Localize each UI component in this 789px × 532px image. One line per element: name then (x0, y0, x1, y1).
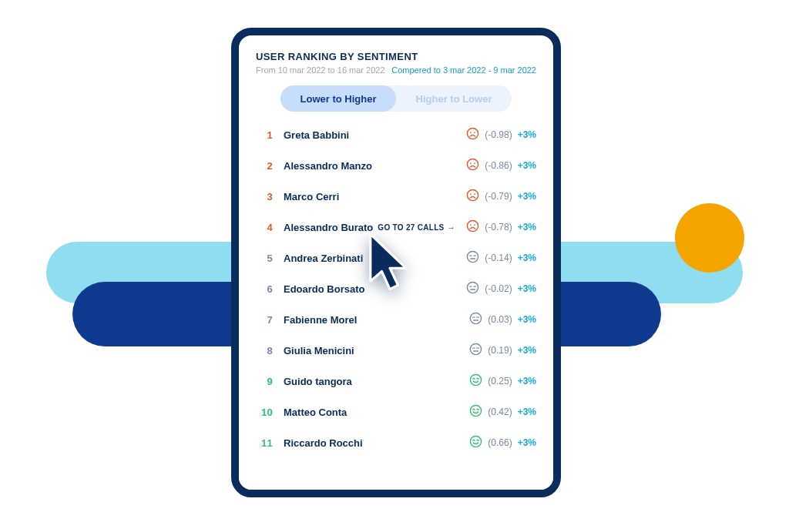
svg-point-11 (474, 224, 475, 226)
face-sad-icon (466, 219, 479, 235)
user-name: Greta Babbini (284, 129, 349, 141)
sentiment-score: (0.25) (488, 376, 512, 386)
fade-overlay (239, 459, 553, 490)
ranking-list: 1 Greta Babbini (-0.98) +3% 2 Alessandro… (256, 119, 536, 458)
user-name: Matteo Conta (284, 407, 347, 418)
ranking-row[interactable]: 8 Giulia Menicini (0.19) +3% (256, 335, 536, 366)
sentiment-delta: +3% (518, 129, 536, 140)
svg-point-5 (474, 162, 475, 164)
metrics: (-0.02) +3% (466, 281, 536, 296)
svg-point-7 (470, 193, 472, 195)
svg-point-29 (471, 405, 482, 416)
date-range: From 10 mar 2022 to 16 mar 2022 (256, 65, 385, 75)
face-sad-icon (466, 158, 479, 173)
sentiment-score: (-0.78) (485, 222, 512, 233)
metrics: (0.19) +3% (469, 343, 536, 358)
rank-number: 10 (256, 407, 273, 418)
rank-number: 4 (256, 222, 273, 233)
face-happy-icon (469, 404, 482, 420)
user-name: Fabienne Morel (284, 314, 357, 326)
sentiment-delta: +3% (518, 222, 536, 233)
sentiment-score: (-0.98) (485, 129, 512, 140)
sentiment-delta: +3% (518, 314, 536, 325)
metrics: (0.42) +3% (469, 404, 536, 420)
svg-point-24 (471, 343, 482, 354)
rank-number: 9 (256, 376, 273, 387)
rank-number: 6 (256, 283, 273, 295)
svg-point-6 (468, 189, 478, 200)
svg-point-0 (468, 128, 478, 139)
panel-meta: From 10 mar 2022 to 16 mar 2022 Compered… (256, 65, 536, 75)
svg-point-9 (468, 220, 478, 231)
sentiment-score: (-0.14) (485, 253, 512, 263)
rank-number: 2 (256, 160, 273, 172)
ranking-row[interactable]: 1 Greta Babbini (-0.98) +3% (256, 119, 536, 150)
metrics: (-0.86) +3% (466, 158, 536, 173)
sentiment-score: (0.19) (488, 345, 512, 356)
svg-point-3 (468, 159, 478, 169)
device-frame: USER RANKING BY SENTIMENT From 10 mar 20… (231, 28, 561, 497)
face-happy-icon (469, 373, 482, 389)
ranking-row[interactable]: 2 Alessandro Manzo (-0.86) +3% (256, 150, 536, 181)
sentiment-score: (0.66) (488, 437, 512, 448)
ranking-row[interactable]: 3 Marco Cerri (-0.79) +3% (256, 181, 536, 212)
sort-tabs: Lower to Higher Higher to Lower (280, 85, 512, 112)
metrics: (-0.98) +3% (466, 127, 536, 142)
metrics: (-0.78) +3% (466, 219, 536, 235)
metrics: (-0.79) +3% (466, 189, 536, 204)
arrow-right-icon: → (448, 223, 455, 232)
face-neutral-icon (466, 281, 479, 296)
svg-point-16 (468, 282, 478, 293)
ranking-row[interactable]: 6 Edoardo Borsato (-0.02) +3% (256, 273, 536, 304)
call-link-text: GO TO 27 CALLS (378, 223, 444, 232)
sentiment-delta: +3% (518, 376, 536, 386)
ranking-row[interactable]: 7 Fabienne Morel (0.03) +3% (256, 304, 536, 335)
user-name: Alessandro Burato (284, 222, 373, 233)
rank-number: 3 (256, 191, 273, 202)
sentiment-delta: +3% (518, 437, 536, 448)
face-sad-icon (466, 127, 479, 142)
user-name: Guido tangora (284, 376, 352, 387)
ranking-row[interactable]: 4 Alessandro Burato GO TO 27 CALLS → (-0… (256, 212, 536, 243)
ranking-row[interactable]: 10 Matteo Conta (0.42) +3% (256, 396, 536, 427)
ranking-row[interactable]: 11 Riccardo Rocchi (0.66) +3% (256, 427, 536, 458)
sentiment-score: (-0.86) (485, 160, 512, 171)
sentiment-delta: +3% (518, 283, 536, 294)
svg-point-20 (471, 313, 482, 323)
face-happy-icon (469, 435, 482, 450)
go-to-calls-link[interactable]: GO TO 27 CALLS → (378, 223, 455, 232)
sentiment-delta: +3% (518, 191, 536, 202)
comparison-range: Compered to 3 mar 2022 - 9 mar 2022 (391, 65, 536, 75)
ranking-row[interactable]: 5 Andrea Zerbinati (-0.14) +3% (256, 243, 536, 273)
face-neutral-icon (469, 343, 482, 358)
face-sad-icon (466, 189, 479, 204)
svg-point-30 (471, 436, 482, 447)
user-name: Riccardo Rocchi (284, 437, 363, 449)
panel-content: USER RANKING BY SENTIMENT From 10 mar 20… (239, 35, 553, 458)
svg-point-4 (470, 162, 472, 164)
user-name: Marco Cerri (284, 191, 339, 202)
face-neutral-icon (466, 250, 479, 266)
panel-title: USER RANKING BY SENTIMENT (256, 51, 536, 62)
user-name: Andrea Zerbinati (284, 253, 363, 264)
sentiment-delta: +3% (518, 253, 536, 263)
rank-number: 11 (256, 437, 273, 449)
user-name: Alessandro Manzo (284, 160, 372, 172)
rank-number: 5 (256, 253, 273, 264)
tab-lower-to-higher[interactable]: Lower to Higher (280, 85, 396, 112)
stage: USER RANKING BY SENTIMENT From 10 mar 20… (0, 0, 789, 532)
sentiment-score: (0.03) (488, 314, 512, 325)
metrics: (-0.14) +3% (466, 250, 536, 266)
rank-number: 1 (256, 129, 273, 141)
metrics: (0.66) +3% (469, 435, 536, 450)
svg-point-10 (470, 224, 472, 226)
svg-point-1 (470, 132, 472, 133)
decor-circle-orange (675, 203, 744, 273)
ranking-row[interactable]: 9 Guido tangora (0.25) +3% (256, 366, 536, 396)
tab-higher-to-lower[interactable]: Higher to Lower (396, 85, 512, 112)
rank-number: 8 (256, 345, 273, 356)
svg-point-28 (471, 374, 482, 385)
user-name: Edoardo Borsato (284, 283, 364, 295)
metrics: (0.25) +3% (469, 373, 536, 389)
sentiment-score: (0.42) (488, 407, 512, 417)
